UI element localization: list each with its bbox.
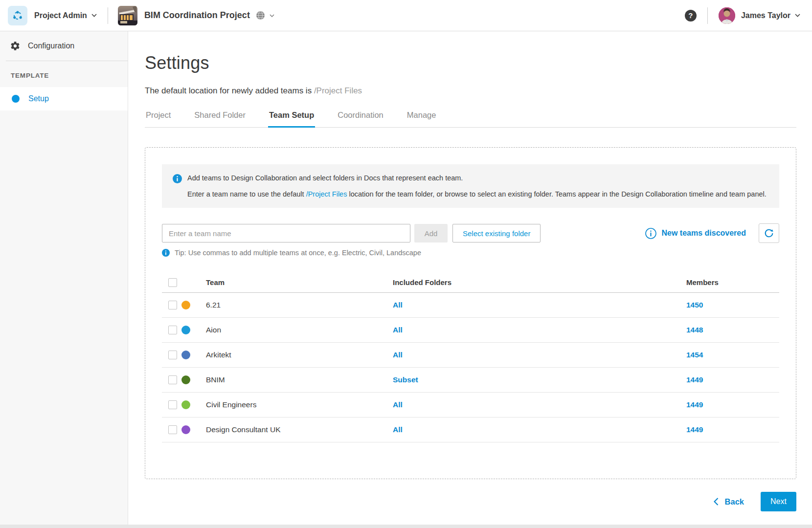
app-name: Project Admin <box>34 11 87 20</box>
building-photo <box>118 6 137 25</box>
row-checkbox[interactable] <box>168 351 177 359</box>
row-checkbox[interactable] <box>168 326 177 334</box>
refresh-button[interactable] <box>759 223 779 243</box>
members-count-link[interactable]: 1449 <box>686 425 703 434</box>
network-share-icon <box>12 10 23 22</box>
tip-info-icon <box>162 249 170 257</box>
team-name: Civil Engineers <box>206 400 393 409</box>
sidebar-item-setup[interactable]: Setup <box>0 87 128 110</box>
settings-tabs: Project Shared Folder Team Setup Coordin… <box>145 110 796 128</box>
team-name: BNIM <box>206 375 393 384</box>
row-checkbox[interactable] <box>168 425 177 434</box>
table-row: Aion All 1448 <box>162 318 779 343</box>
select-all-checkbox[interactable] <box>168 278 177 287</box>
banner-line2-prefix: Enter a team name to use the default <box>187 190 306 198</box>
team-table-body: 6.21 All 1450 Aion All 1448 Arkitekt All… <box>162 293 779 442</box>
bottom-scrollbar-strip[interactable] <box>0 525 812 528</box>
banner-line1: Add teams to Design Collaboration and se… <box>187 174 767 182</box>
members-count-link[interactable]: 1449 <box>686 400 703 409</box>
tab-coordination[interactable]: Coordination <box>337 110 384 127</box>
team-table: Team Included Folders Members 6.21 All 1… <box>162 272 779 462</box>
members-count-link[interactable]: 1450 <box>686 301 703 309</box>
info-banner: Add teams to Design Collaboration and se… <box>162 164 779 208</box>
chevron-left-icon <box>714 498 719 506</box>
team-table-header: Team Included Folders Members <box>162 272 779 293</box>
setup-status-dot <box>12 95 20 103</box>
banner-line2-suffix: location for the team folder, or browse … <box>347 190 766 198</box>
help-icon[interactable]: ? <box>685 10 697 22</box>
back-label: Back <box>725 497 744 506</box>
project-admin-logo-icon[interactable] <box>8 6 27 25</box>
wizard-footer: Back Next <box>145 492 796 511</box>
team-name: Design Consultant UK <box>206 425 393 434</box>
new-teams-label: New teams discovered <box>661 229 746 238</box>
table-row: Civil Engineers All 1449 <box>162 393 779 418</box>
included-folders-link[interactable]: All <box>393 326 403 334</box>
included-folders-link[interactable]: All <box>393 301 403 309</box>
members-count-link[interactable]: 1448 <box>686 326 703 334</box>
row-checkbox[interactable] <box>168 301 177 309</box>
add-team-row: Add Select existing folder New teams dis… <box>162 223 779 243</box>
team-name-input[interactable] <box>162 224 410 242</box>
project-name: BIM Coordination Project <box>144 10 250 21</box>
default-location-text: The default location for newly added tea… <box>145 86 796 96</box>
main-content: Settings The default location for newly … <box>128 31 812 528</box>
team-color-dot <box>181 400 190 409</box>
default-location-prefix: The default location for newly added tea… <box>145 86 314 95</box>
members-count-link[interactable]: 1449 <box>686 375 703 384</box>
avatar[interactable] <box>719 7 735 24</box>
project-chevron-down-icon[interactable] <box>270 14 274 17</box>
included-folders-link[interactable]: All <box>393 351 403 359</box>
table-row: Design Consultant UK All 1449 <box>162 418 779 442</box>
sidebar-item-configuration[interactable]: Configuration <box>0 31 128 61</box>
select-existing-folder-button[interactable]: Select existing folder <box>452 224 541 242</box>
row-checkbox[interactable] <box>168 400 177 409</box>
setup-label: Setup <box>28 94 49 103</box>
user-chevron-down-icon[interactable] <box>795 14 800 17</box>
tab-team-setup[interactable]: Team Setup <box>268 110 315 128</box>
default-location-path: /Project Files <box>314 86 362 95</box>
table-row: Arkitekt All 1454 <box>162 343 779 368</box>
next-button[interactable]: Next <box>761 492 796 511</box>
team-color-dot <box>181 375 190 384</box>
globe-icon <box>256 11 265 20</box>
top-bar: Project Admin <box>0 0 812 31</box>
included-folders-link[interactable]: All <box>393 400 403 409</box>
tab-manage[interactable]: Manage <box>406 110 437 127</box>
project-thumbnail[interactable] <box>118 6 137 25</box>
team-color-dot <box>181 326 190 334</box>
team-setup-panel: Add teams to Design Collaboration and se… <box>145 147 796 479</box>
gear-icon <box>10 41 21 51</box>
included-folders-link[interactable]: Subset <box>393 375 418 384</box>
tip-text: Tip: Use commas to add multiple teams at… <box>175 249 421 257</box>
header-team: Team <box>206 278 393 286</box>
row-checkbox[interactable] <box>168 375 177 384</box>
team-color-dot <box>181 351 190 359</box>
info-outline-icon <box>645 228 656 239</box>
banner-line2: Enter a team name to use the default /Pr… <box>187 190 767 198</box>
info-icon <box>173 174 182 183</box>
tab-shared-folder[interactable]: Shared Folder <box>193 110 247 127</box>
tab-project[interactable]: Project <box>145 110 172 127</box>
team-color-dot <box>181 425 190 434</box>
project-files-link[interactable]: /Project Files <box>306 190 347 198</box>
refresh-icon <box>764 228 774 239</box>
header-included-folders: Included Folders <box>393 278 686 286</box>
new-teams-discovered[interactable]: New teams discovered <box>645 228 746 239</box>
sidebar: Configuration TEMPLATE Setup <box>0 31 128 528</box>
back-button[interactable]: Back <box>714 497 744 506</box>
header-members: Members <box>686 278 779 286</box>
tip-row: Tip: Use commas to add multiple teams at… <box>162 249 779 257</box>
add-button[interactable]: Add <box>414 224 448 242</box>
team-name: Aion <box>206 326 393 334</box>
members-count-link[interactable]: 1454 <box>686 351 703 359</box>
team-name: 6.21 <box>206 301 393 309</box>
team-color-dot <box>181 301 190 309</box>
page-title: Settings <box>145 53 796 73</box>
included-folders-link[interactable]: All <box>393 425 403 434</box>
topbar-divider-right <box>707 7 708 24</box>
table-row: BNIM Subset 1449 <box>162 368 779 393</box>
app-chevron-down-icon[interactable] <box>91 14 97 17</box>
team-name: Arkitekt <box>206 351 393 359</box>
configuration-label: Configuration <box>28 42 74 50</box>
